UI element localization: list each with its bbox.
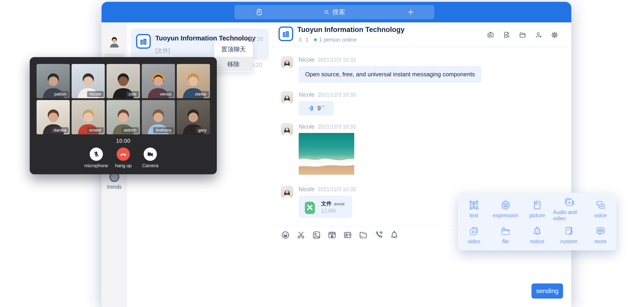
call-timer: 10:00 [30,138,217,144]
video-clapper-icon[interactable] [328,231,337,240]
video-icon [468,226,479,237]
feature-popup: text expression picture Audio and video [458,193,616,250]
message-sender: Nicole [299,123,314,130]
message-time: 2021/12/3 10:33 [318,57,356,63]
popup-item-notice[interactable]: notice [522,222,553,248]
file-name: 文件 [321,201,332,207]
search-input[interactable]: 搜索 [324,8,345,16]
popup-item-file[interactable]: file [490,222,521,248]
group-building-icon [136,34,151,49]
participant-name: danika [51,127,68,133]
call-participant-tile: Nicole [72,64,105,98]
screenshot-scissors-icon[interactable] [296,231,306,240]
search-placeholder: 搜索 [332,8,345,16]
folder-icon[interactable] [519,31,526,39]
send-button[interactable]: sending [532,284,563,299]
chat-header: Tuoyun Information Technology 1 1 person… [272,22,571,47]
audio-video-icon [563,196,574,207]
microphone-muted-icon[interactable] [90,148,103,161]
text-message-bubble[interactable]: Open source, free, and universal instant… [299,66,482,83]
more-icon [595,226,606,237]
clipboard-pen-icon[interactable] [256,8,263,16]
menu-item-pin-chat[interactable]: 置顶聊天 [214,42,253,57]
conversation-title: Tuoyun Information Technology [155,34,256,42]
top-bar: 搜索 [102,2,571,22]
call-participant-tile: gary [177,100,210,134]
menu-item-remove[interactable]: 移除 [214,57,253,71]
file-message[interactable]: 文件 .excel 12.8M [299,196,352,218]
popup-item-expression[interactable]: expression [490,196,521,222]
file-folder-icon [500,226,511,237]
custom-icon [563,226,574,237]
member-icon [297,37,303,43]
avatar[interactable] [281,91,293,103]
message-time: 2021/12/3 10:33 [318,186,356,192]
message-time: 2021/12/3 10:33 [318,124,356,130]
avatar[interactable] [281,123,293,135]
voice-icon [595,200,606,211]
contact-card-icon[interactable] [343,231,352,240]
call-participant-tile: aldrich [106,100,140,134]
call-controls: microphone hang up Camera [30,148,217,168]
picture-icon[interactable] [312,231,321,240]
folder-icon[interactable] [358,231,368,240]
video-call-panel: patton Nicole zoie venus [30,57,217,174]
composer-toolbar [281,231,399,240]
expression-icon [500,200,511,211]
participant-name: zoie [126,91,139,97]
popup-item-voice[interactable]: voice [585,196,616,222]
popup-item-video[interactable]: video [458,222,490,248]
voice-wave-icon [307,105,315,112]
document-search-icon[interactable] [503,31,510,39]
search-icon [324,9,330,15]
online-status: 1 person online [319,36,356,43]
chat-title: Tuoyun Information Technology [297,25,404,34]
call-participant-tile: zoie [106,64,140,98]
conversation-last-message: [文件] [155,47,170,54]
chat-header-actions [487,31,558,39]
user-avatar[interactable] [107,33,122,47]
camera-muted-icon[interactable] [144,148,157,161]
control-label: microphone [84,163,108,168]
hang-up-icon[interactable] [117,148,130,161]
call-participant-tile: Anthony [142,100,175,134]
call-participant-tile: patton [36,64,70,98]
picture-icon [532,200,543,211]
notification-bell-icon[interactable] [390,231,399,240]
message-sender: Nicole [299,91,314,98]
board-icon[interactable] [487,31,494,39]
avatar[interactable] [281,56,293,68]
participant-name: gary [196,127,209,133]
popup-item-picture[interactable]: picture [522,196,553,222]
call-participant-tile: ernest [72,100,105,134]
message-time: 2021/12/3 10:33 [318,92,356,98]
search-bar[interactable]: 搜索 [234,5,434,19]
add-person-icon[interactable] [535,31,542,39]
image-message[interactable] [299,133,354,175]
emoji-icon[interactable] [281,231,290,240]
plus-icon[interactable] [407,8,414,16]
popup-item-custom[interactable]: custom [553,222,584,248]
chat-main: Tuoyun Information Technology 1 1 person… [272,22,571,307]
online-dot [314,38,317,41]
video-call-icon[interactable] [374,231,383,240]
member-count: 1 [306,36,308,43]
group-building-icon [278,26,293,41]
voice-message-bubble[interactable]: 9`` [299,101,334,116]
sidebar-item-trends[interactable]: trends [102,172,127,190]
message-sender: Nicole [299,56,314,63]
popup-item-audio-video[interactable]: Audio and video [553,196,584,222]
message-sender: Nicole [299,186,314,192]
avatar[interactable] [281,186,293,198]
file-size: 12.8M [321,208,336,214]
file-ext: .excel [333,202,344,206]
text-icon [468,200,479,211]
notice-bell-icon [532,226,543,237]
participant-name: ernest [87,127,104,133]
participant-grid: patton Nicole zoie venus [36,64,210,134]
participant-name: Nicole [87,91,104,97]
gear-icon[interactable] [551,31,558,39]
popup-item-text[interactable]: text [458,196,490,222]
popup-item-more[interactable]: more [585,222,616,248]
participant-name: aldrich [122,127,139,133]
